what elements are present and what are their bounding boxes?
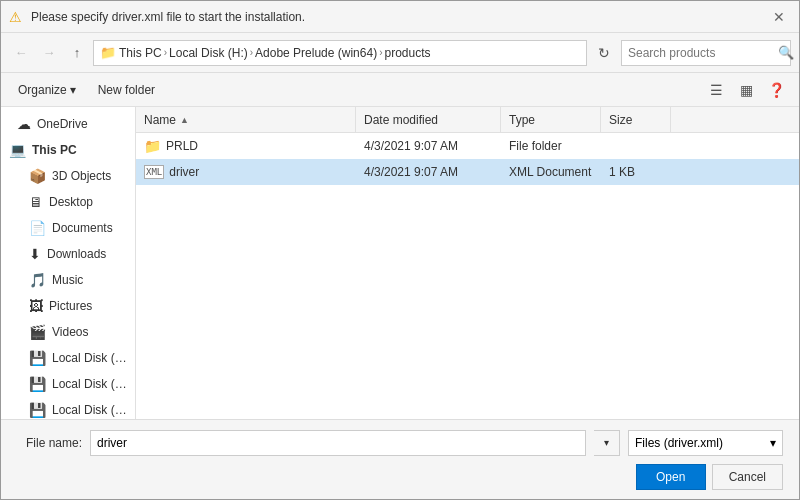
sidebar-item-pictures[interactable]: 🖼 Pictures	[1, 293, 135, 319]
sidebar-item-this-pc[interactable]: 💻 This PC	[1, 137, 135, 163]
search-box: 🔍	[621, 40, 791, 66]
filename-row: File name: ▾ Files (driver.xml) ▾	[17, 430, 783, 456]
open-button[interactable]: Open	[636, 464, 706, 490]
address-bar: ← → ↑ 📁 This PC › Local Disk (H:) › Adob…	[1, 33, 799, 73]
pictures-icon: 🖼	[29, 298, 43, 314]
sidebar-item-videos[interactable]: 🎬 Videos	[1, 319, 135, 345]
forward-button[interactable]: →	[37, 41, 61, 65]
downloads-icon: ⬇	[29, 246, 41, 262]
path-arrow-3: ›	[379, 47, 382, 58]
file-size-prld	[601, 133, 671, 158]
sidebar-label-documents: Documents	[52, 221, 113, 235]
desktop-icon: 🖥	[29, 194, 43, 210]
file-size-driver: 1 KB	[601, 159, 671, 184]
help-button[interactable]: ❓	[763, 77, 789, 103]
sidebar-label-pictures: Pictures	[49, 299, 92, 313]
sidebar-label-local-d: Local Disk (D:)	[52, 377, 127, 391]
xml-icon: XML	[144, 165, 164, 179]
warning-icon: ⚠	[9, 9, 25, 25]
filename-input[interactable]	[90, 430, 586, 456]
file-name-prld: 📁 PRLD	[136, 133, 356, 158]
path-adobe: Adobe Prelude (win64)	[255, 46, 377, 60]
file-name-driver: XML driver	[136, 159, 356, 184]
sidebar-item-local-c[interactable]: 💾 Local Disk (C:)	[1, 345, 135, 371]
sidebar-label-local-e: Local Disk (E:)	[52, 403, 127, 417]
filetype-select[interactable]: Files (driver.xml) ▾	[628, 430, 783, 456]
file-list: 📁 PRLD 4/3/2021 9:07 AM File folder	[136, 133, 799, 419]
documents-icon: 📄	[29, 220, 46, 236]
col-header-date[interactable]: Date modified	[356, 107, 501, 132]
refresh-button[interactable]: ↻	[591, 40, 617, 66]
local-e-icon: 💾	[29, 402, 46, 418]
file-type-prld: File folder	[501, 133, 601, 158]
up-button[interactable]: ↑	[65, 41, 89, 65]
title-controls: ✕	[767, 5, 791, 29]
onedrive-icon: ☁	[17, 116, 31, 132]
sidebar-item-documents[interactable]: 📄 Documents	[1, 215, 135, 241]
local-c-icon: 💾	[29, 350, 46, 366]
dialog-title: Please specify driver.xml file to start …	[31, 10, 767, 24]
actions-row: Open Cancel	[17, 464, 783, 490]
address-path[interactable]: 📁 This PC › Local Disk (H:) › Adobe Prel…	[93, 40, 587, 66]
sidebar-item-onedrive[interactable]: ☁ OneDrive	[1, 111, 135, 137]
path-arrow-1: ›	[164, 47, 167, 58]
toolbar: Organize ▾ New folder ☰ ▦ ❓	[1, 73, 799, 107]
path-arrow-2: ›	[250, 47, 253, 58]
toolbar-right: ☰ ▦ ❓	[703, 77, 789, 103]
sidebar-label-local-c: Local Disk (C:)	[52, 351, 127, 365]
sidebar-label-music: Music	[52, 273, 83, 287]
sidebar-label-desktop: Desktop	[49, 195, 93, 209]
table-row[interactable]: 📁 PRLD 4/3/2021 9:07 AM File folder	[136, 133, 799, 159]
back-button[interactable]: ←	[9, 41, 33, 65]
new-folder-button[interactable]: New folder	[91, 77, 162, 103]
bottom-bar: File name: ▾ Files (driver.xml) ▾ Open C…	[1, 419, 799, 499]
path-this-pc: This PC	[119, 46, 162, 60]
this-pc-icon: 💻	[9, 142, 26, 158]
sidebar-label-downloads: Downloads	[47, 247, 106, 261]
sidebar-item-desktop[interactable]: 🖥 Desktop	[1, 189, 135, 215]
path-local-disk: Local Disk (H:)	[169, 46, 248, 60]
main-area: ☁ OneDrive 💻 This PC 📦 3D Objects 🖥 Desk…	[1, 107, 799, 419]
col-header-size[interactable]: Size	[601, 107, 671, 132]
sidebar-item-downloads[interactable]: ⬇ Downloads	[1, 241, 135, 267]
sidebar-item-music[interactable]: 🎵 Music	[1, 267, 135, 293]
sort-arrow: ▲	[180, 115, 189, 125]
cancel-button[interactable]: Cancel	[712, 464, 783, 490]
music-icon: 🎵	[29, 272, 46, 288]
close-button[interactable]: ✕	[767, 5, 791, 29]
sidebar-item-local-e[interactable]: 💾 Local Disk (E:)	[1, 397, 135, 419]
view-grid-button[interactable]: ▦	[733, 77, 759, 103]
videos-icon: 🎬	[29, 324, 46, 340]
file-date-driver: 4/3/2021 9:07 AM	[356, 159, 501, 184]
view-list-button[interactable]: ☰	[703, 77, 729, 103]
col-header-name[interactable]: Name ▲	[136, 107, 356, 132]
sidebar-item-3d-objects[interactable]: 📦 3D Objects	[1, 163, 135, 189]
title-bar: ⚠ Please specify driver.xml file to star…	[1, 1, 799, 33]
file-list-header: Name ▲ Date modified Type Size	[136, 107, 799, 133]
sidebar-label-videos: Videos	[52, 325, 88, 339]
path-folder-icon: 📁	[100, 45, 116, 60]
organize-button[interactable]: Organize ▾	[11, 77, 83, 103]
file-type-driver: XML Document	[501, 159, 601, 184]
file-area: Name ▲ Date modified Type Size 📁	[136, 107, 799, 419]
sidebar-label-onedrive: OneDrive	[37, 117, 88, 131]
search-icon: 🔍	[778, 45, 794, 60]
table-row[interactable]: XML driver 4/3/2021 9:07 AM XML Document…	[136, 159, 799, 185]
path-products: products	[384, 46, 430, 60]
sidebar: ☁ OneDrive 💻 This PC 📦 3D Objects 🖥 Desk…	[1, 107, 136, 419]
local-d-icon: 💾	[29, 376, 46, 392]
file-date-prld: 4/3/2021 9:07 AM	[356, 133, 501, 158]
sidebar-item-local-d[interactable]: 💾 Local Disk (D:)	[1, 371, 135, 397]
3d-objects-icon: 📦	[29, 168, 46, 184]
dialog-window: ⚠ Please specify driver.xml file to star…	[0, 0, 800, 500]
filename-label: File name:	[17, 436, 82, 450]
sidebar-label-3d-objects: 3D Objects	[52, 169, 111, 183]
sidebar-label-this-pc: This PC	[32, 143, 77, 157]
filetype-arrow: ▾	[770, 436, 776, 450]
folder-icon: 📁	[144, 138, 161, 154]
search-input[interactable]	[628, 46, 778, 60]
filename-dropdown[interactable]: ▾	[594, 430, 620, 456]
col-header-type[interactable]: Type	[501, 107, 601, 132]
